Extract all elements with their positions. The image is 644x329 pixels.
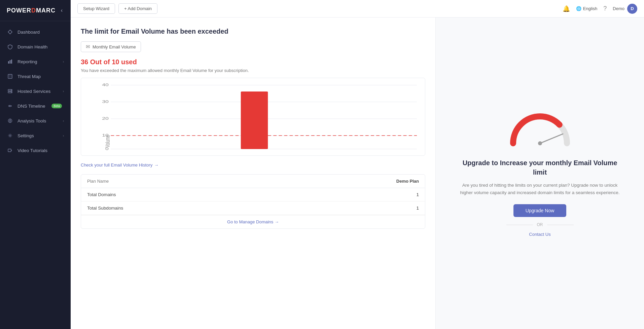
upgrade-description: Are you tired of hitting the limits on y… xyxy=(456,182,624,196)
svg-rect-37 xyxy=(241,92,268,149)
sidebar-item-video-tutorials[interactable]: Video Tutorials xyxy=(0,143,71,158)
svg-point-15 xyxy=(11,106,12,107)
plan-name-col: Plan Name xyxy=(87,179,109,184)
help-icon[interactable]: ? xyxy=(603,5,607,12)
globe-icon: 🌐 xyxy=(576,6,581,11)
divider-line-left xyxy=(506,225,533,225)
tools-icon xyxy=(7,117,13,124)
contact-us-link[interactable]: Contact Us xyxy=(529,232,550,237)
total-subdomains-label: Total Subdomains xyxy=(87,206,123,211)
sidebar-item-analysis-tools[interactable]: Analysis Tools › xyxy=(0,113,71,128)
sidebar-logo: POWERDMARC ‹ xyxy=(0,0,71,21)
right-panel: Upgrade to Increase your monthly Email V… xyxy=(435,17,644,329)
svg-marker-24 xyxy=(11,150,12,151)
upgrade-now-button[interactable]: Upgrade Now xyxy=(513,204,567,217)
shield-icon xyxy=(7,43,13,50)
plan-value-col: Demo Plan xyxy=(396,179,419,184)
usage-sub: You have exceeded the maximum allowed mo… xyxy=(81,68,425,73)
user-name: Demo xyxy=(613,6,624,11)
notification-icon[interactable]: 🔔 xyxy=(563,5,570,12)
gauge-wrap xyxy=(506,110,574,150)
chevron-right-icon: › xyxy=(63,119,64,123)
svg-rect-3 xyxy=(11,60,12,64)
setup-wizard-button[interactable]: Setup Wizard xyxy=(77,3,115,14)
sidebar-item-settings[interactable]: Settings › xyxy=(0,128,71,143)
sidebar-collapse-button[interactable]: ‹ xyxy=(60,6,64,15)
svg-point-10 xyxy=(11,90,12,90)
main-panel: The limit for Email Volume has been exce… xyxy=(71,17,435,329)
sidebar-item-label: Settings xyxy=(17,133,63,138)
or-label: OR xyxy=(537,222,543,227)
sidebar-item-domain-health[interactable]: Domain Health xyxy=(0,39,71,54)
sidebar: POWERDMARC ‹ Dashboard Domain Health Rep… xyxy=(0,0,71,329)
svg-rect-4 xyxy=(8,74,12,78)
section-badge-label: Monthly Email Volume xyxy=(93,44,136,49)
svg-rect-5 xyxy=(9,74,9,78)
email-volume-chart: 40 30 20 10 0 Volume xyxy=(95,83,420,151)
sidebar-item-threat-map[interactable]: Threat Map xyxy=(0,69,71,84)
beta-badge: Beta xyxy=(51,104,62,108)
email-icon: ✉ xyxy=(86,44,90,50)
svg-rect-23 xyxy=(8,149,11,152)
sidebar-item-label: Analysis Tools xyxy=(17,118,63,123)
plan-table: Plan Name Demo Plan Total Domains 1 Tota… xyxy=(81,174,425,229)
topbar: Setup Wizard + Add Domain 🔔 🌐 English ? … xyxy=(71,0,644,17)
svg-text:30: 30 xyxy=(102,100,109,104)
svg-text:0: 0 xyxy=(105,147,109,151)
map-icon xyxy=(7,73,13,80)
server-icon xyxy=(7,88,13,95)
divider-line-right xyxy=(547,225,574,225)
sidebar-nav: Dashboard Domain Health Reporting › Thre… xyxy=(0,21,71,329)
sidebar-item-label: Threat Map xyxy=(17,74,64,79)
timeline-icon xyxy=(7,103,13,109)
total-domains-value: 1 xyxy=(416,192,419,197)
page-title: The limit for Email Volume has been exce… xyxy=(81,28,425,35)
svg-point-19 xyxy=(9,120,11,121)
chevron-right-icon: › xyxy=(63,60,64,64)
svg-point-11 xyxy=(11,92,12,93)
sidebar-item-reporting[interactable]: Reporting › xyxy=(0,54,71,69)
manage-domains-label: Go to Manage Domains xyxy=(227,219,273,224)
app-logo: POWERDMARC xyxy=(7,7,56,14)
sidebar-item-label: Domain Health xyxy=(17,44,64,49)
manage-domains-link[interactable]: Go to Manage Domains → xyxy=(81,215,425,228)
language-label: English xyxy=(583,6,598,11)
gear-icon xyxy=(7,132,13,139)
or-divider: OR xyxy=(506,222,574,227)
sidebar-item-dashboard[interactable]: Dashboard xyxy=(0,25,71,39)
diamond-icon xyxy=(7,29,13,35)
chevron-right-icon: › xyxy=(63,89,64,93)
svg-text:40: 40 xyxy=(102,83,109,87)
content-area: The limit for Email Volume has been exce… xyxy=(71,17,644,329)
plan-table-row: Total Domains 1 xyxy=(81,188,425,202)
svg-rect-7 xyxy=(8,76,12,76)
language-selector[interactable]: 🌐 English xyxy=(576,6,598,11)
sidebar-item-label: Dashboard xyxy=(17,30,64,35)
main-wrapper: Setup Wizard + Add Domain 🔔 🌐 English ? … xyxy=(71,0,644,329)
svg-rect-2 xyxy=(10,60,11,64)
video-icon xyxy=(7,147,13,154)
chevron-right-icon: › xyxy=(63,134,64,138)
bar-chart-icon xyxy=(7,58,13,65)
user-menu-button[interactable]: Demo D xyxy=(613,4,637,14)
chart-container: 40 30 20 10 0 Volume xyxy=(81,78,425,156)
upgrade-title: Upgrade to Increase your monthly Email V… xyxy=(456,158,624,177)
section-badge: ✉ Monthly Email Volume xyxy=(81,41,141,52)
svg-rect-6 xyxy=(11,74,11,78)
sidebar-item-label: DNS Timeline xyxy=(17,104,51,109)
add-domain-button[interactable]: + Add Domain xyxy=(118,3,157,14)
history-link-label: Check your full Email Volume History xyxy=(81,162,152,168)
user-avatar: D xyxy=(627,4,637,14)
svg-text:Volume: Volume xyxy=(104,135,111,147)
gauge-chart xyxy=(506,110,574,150)
usage-heading: 36 Out of 10 used xyxy=(81,58,425,66)
topbar-right: 🔔 🌐 English ? Demo D xyxy=(563,4,637,14)
sidebar-item-dns-timeline[interactable]: DNS Timeline Beta xyxy=(0,99,71,113)
email-history-link[interactable]: Check your full Email Volume History → xyxy=(81,162,158,168)
svg-marker-0 xyxy=(8,30,12,34)
arrow-right-icon: → xyxy=(154,162,158,168)
svg-point-22 xyxy=(9,135,11,136)
sidebar-item-hosted-services[interactable]: Hosted Services › xyxy=(0,84,71,99)
total-subdomains-value: 1 xyxy=(416,206,419,211)
svg-rect-1 xyxy=(8,61,9,64)
